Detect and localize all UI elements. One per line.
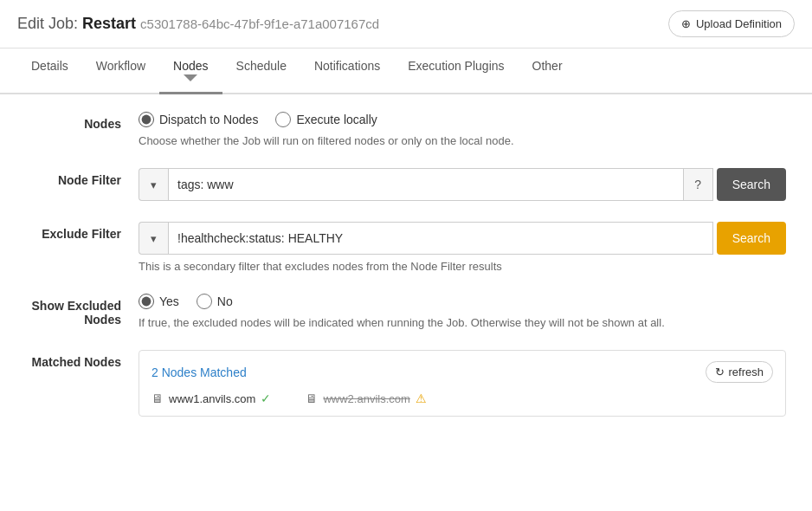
question-icon: ? xyxy=(694,178,701,191)
yes-label: Yes xyxy=(159,294,179,308)
execute-locally-option[interactable]: Execute locally xyxy=(275,112,377,127)
dispatch-label: Dispatch to Nodes xyxy=(159,113,258,126)
exclude-filter-input[interactable] xyxy=(168,222,713,255)
tab-details[interactable]: Details xyxy=(17,49,82,94)
warn-icon-2: ⚠ xyxy=(416,391,427,405)
exclude-filter-search-button[interactable]: Search xyxy=(717,222,786,255)
matched-nodes-label: Matched Nodes xyxy=(26,350,139,369)
show-excluded-yes-option[interactable]: Yes xyxy=(139,294,179,309)
node-filter-row: Node Filter ▾ ? Search xyxy=(26,168,786,201)
node-name-2[interactable]: www2.anvils.com xyxy=(323,392,409,405)
server-icon-1: 🖥 xyxy=(151,391,164,405)
exclude-filter-row: Exclude Filter ▾ Search This is a second… xyxy=(26,222,786,273)
exclude-filter-input-row: ▾ Search xyxy=(139,222,786,255)
check-icon-1: ✓ xyxy=(261,391,271,405)
matched-nodes-box: 2 Nodes Matched ↻ refresh 🖥 www1.anvils.… xyxy=(139,350,786,417)
tab-other[interactable]: Other xyxy=(519,49,577,94)
node-filter-search-button[interactable]: Search xyxy=(717,168,786,201)
node-item-2: 🖥 www2.anvils.com ⚠ xyxy=(306,391,426,405)
title-prefix: Edit Job: xyxy=(17,15,82,32)
tab-bar: Details Workflow Nodes Schedule Notifica… xyxy=(0,49,812,94)
exclude-filter-label: Exclude Filter xyxy=(26,222,139,241)
exclude-filter-dropdown-button[interactable]: ▾ xyxy=(139,222,168,255)
no-label: No xyxy=(217,294,233,308)
upload-icon: ⊕ xyxy=(681,17,691,30)
show-excluded-field: Yes No If true, the excluded nodes will … xyxy=(139,294,786,329)
node-filter-input[interactable] xyxy=(168,168,684,201)
upload-btn-label: Upload Definition xyxy=(696,17,782,30)
node-name-1[interactable]: www1.anvils.com xyxy=(169,392,255,405)
tab-notifications[interactable]: Notifications xyxy=(300,49,394,94)
exclude-filter-help-text: This is a secondary filter that excludes… xyxy=(139,260,786,273)
matched-nodes-field: 2 Nodes Matched ↻ refresh 🖥 www1.anvils.… xyxy=(139,350,786,417)
job-name: Restart xyxy=(82,15,136,32)
matched-count-link[interactable]: 2 Nodes Matched xyxy=(151,365,247,379)
node-filter-input-row: ▾ ? Search xyxy=(139,168,786,201)
upload-definition-button[interactable]: ⊕ Upload Definition xyxy=(668,10,795,37)
show-excluded-no-option[interactable]: No xyxy=(197,294,233,309)
server-icon-2: 🖥 xyxy=(306,391,318,405)
refresh-icon: ↻ xyxy=(715,365,725,378)
nodes-radio-group: Dispatch to Nodes Execute locally xyxy=(139,112,786,127)
content-area: Nodes Dispatch to Nodes Execute locally … xyxy=(0,94,812,455)
chevron-down-icon-2: ▾ xyxy=(151,232,157,245)
nodes-field: Dispatch to Nodes Execute locally Choose… xyxy=(139,112,786,147)
tab-execution-plugins[interactable]: Execution Plugins xyxy=(394,49,518,94)
search-label: Search xyxy=(732,178,770,191)
tab-schedule[interactable]: Schedule xyxy=(222,49,300,94)
matched-nodes-row: Matched Nodes 2 Nodes Matched ↻ refresh … xyxy=(26,350,786,417)
nodes-list: 🖥 www1.anvils.com ✓ 🖥 www2.anvils.com ⚠ xyxy=(151,391,773,405)
exclude-filter-field: ▾ Search This is a secondary filter that… xyxy=(139,222,786,273)
refresh-button[interactable]: ↻ refresh xyxy=(706,361,773,383)
show-excluded-row: Show Excluded Nodes Yes No If true, the … xyxy=(26,294,786,329)
node-item: 🖥 www1.anvils.com ✓ xyxy=(151,391,271,405)
show-excluded-help-text: If true, the excluded nodes will be indi… xyxy=(139,316,786,329)
nodes-label: Nodes xyxy=(26,112,139,131)
tab-nodes[interactable]: Nodes xyxy=(159,49,222,94)
page-title: Edit Job: Restart c5301788-64bc-47bf-9f1… xyxy=(17,15,379,33)
chevron-down-icon: ▾ xyxy=(151,178,157,191)
node-filter-field: ▾ ? Search xyxy=(139,168,786,201)
nodes-row: Nodes Dispatch to Nodes Execute locally … xyxy=(26,112,786,147)
execute-locally-radio[interactable] xyxy=(275,112,291,127)
matched-nodes-header: 2 Nodes Matched ↻ refresh xyxy=(151,361,773,383)
node-filter-help-icon[interactable]: ? xyxy=(684,168,713,201)
page-header: Edit Job: Restart c5301788-64bc-47bf-9f1… xyxy=(0,0,812,49)
nodes-help-text: Choose whether the Job will run on filte… xyxy=(139,134,786,147)
exclude-search-label: Search xyxy=(732,231,770,245)
show-excluded-radio-group: Yes No xyxy=(139,294,786,309)
refresh-label: refresh xyxy=(729,365,764,378)
show-excluded-label: Show Excluded Nodes xyxy=(26,294,139,327)
job-id: c5301788-64bc-47bf-9f1e-a71a007167cd xyxy=(140,16,379,31)
node-filter-label: Node Filter xyxy=(26,168,139,187)
tab-workflow[interactable]: Workflow xyxy=(82,49,159,94)
node-filter-dropdown-button[interactable]: ▾ xyxy=(139,168,168,201)
dispatch-to-nodes-option[interactable]: Dispatch to Nodes xyxy=(139,112,258,127)
execute-locally-label: Execute locally xyxy=(296,113,377,126)
dispatch-radio[interactable] xyxy=(139,112,154,127)
show-excluded-no-radio[interactable] xyxy=(197,294,212,309)
show-excluded-yes-radio[interactable] xyxy=(139,294,154,309)
